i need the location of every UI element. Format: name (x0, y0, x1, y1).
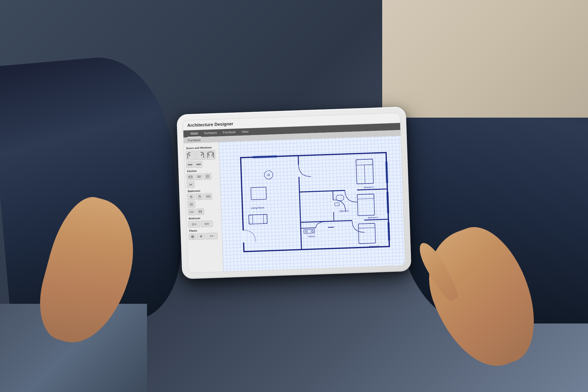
app-content: Doors and Windows (184, 136, 405, 273)
plant-icon-small[interactable] (197, 233, 205, 240)
floor-background (382, 0, 588, 118)
svg-rect-76 (249, 215, 253, 224)
svg-rect-94 (358, 223, 375, 243)
section-title-doors: Doors and Windows (186, 146, 217, 150)
svg-line-1 (188, 164, 192, 165)
bedroom-icon-bed-double[interactable] (201, 220, 213, 227)
section-title-plants: Plants (188, 228, 220, 232)
bathroom-icon-bathtub[interactable] (204, 193, 212, 200)
svg-point-81 (305, 231, 307, 232)
kitchen-icons-row (187, 173, 218, 180)
svg-line-61 (333, 200, 333, 212)
bedroom-icons-row (188, 220, 220, 228)
bathroom-icon-towel[interactable] (196, 208, 204, 215)
svg-rect-75 (249, 214, 267, 224)
svg-text:Bathroom: Bathroom (340, 209, 349, 212)
kitchen-icon-fridge[interactable] (203, 173, 211, 180)
kitchen-icon-cross[interactable] (187, 181, 195, 188)
plant-icon-pair[interactable] (206, 232, 218, 239)
plants-icons-row (189, 232, 220, 240)
svg-point-97 (264, 170, 273, 179)
svg-rect-23 (190, 203, 193, 205)
svg-point-82 (311, 230, 313, 232)
section-title-kitchen: Kitchen (186, 169, 218, 173)
svg-point-6 (189, 176, 190, 177)
svg-line-89 (364, 165, 365, 184)
kitchen-icon-sink[interactable] (195, 173, 203, 180)
svg-rect-92 (357, 194, 374, 199)
svg-line-68 (386, 161, 387, 183)
svg-text:Bedroom 3: Bedroom 3 (369, 245, 380, 248)
tab-surfaces[interactable]: Surfaces (201, 129, 220, 137)
bedroom-icon-bed-single[interactable] (188, 221, 200, 228)
svg-line-55 (300, 189, 387, 192)
door-icon-arc-right[interactable] (196, 150, 206, 160)
door-icon-arc-left[interactable] (186, 151, 196, 160)
plant-icon-round[interactable] (189, 233, 197, 240)
floorplan-svg[interactable]: Living Room Kitchen Bathroom (222, 139, 402, 268)
tablet-screen: Architecture Designer Walls Surfaces Fur… (183, 113, 405, 273)
svg-line-62 (316, 227, 328, 228)
svg-point-98 (268, 174, 269, 176)
tablet-device: Architecture Designer Walls Surfaces Fur… (176, 106, 411, 279)
canvas-area[interactable]: Living Room Kitchen Bathroom (219, 136, 405, 271)
svg-rect-31 (199, 211, 201, 213)
section-title-bedroom: Bedroom (188, 216, 220, 220)
svg-text:Living Room: Living Room (251, 206, 264, 209)
sidebar: Doors and Windows (184, 142, 223, 273)
window-icon-double[interactable] (195, 161, 203, 168)
kitchen-icon-stove[interactable] (187, 174, 195, 180)
svg-rect-85 (335, 203, 340, 206)
tab-walls[interactable]: Walls (187, 130, 201, 137)
section-title-bathroom: Bathroom (187, 189, 218, 193)
svg-rect-77 (263, 214, 267, 223)
tablet-body: Architecture Designer Walls Surfaces Fur… (176, 106, 411, 279)
svg-rect-8 (197, 176, 199, 177)
svg-rect-9 (199, 176, 201, 177)
bathroom-icon-toilet[interactable] (187, 194, 195, 200)
kitchen-icons-row-2 (187, 180, 218, 188)
svg-rect-25 (190, 211, 192, 213)
svg-point-24 (191, 204, 192, 205)
svg-line-63 (345, 190, 357, 190)
window-icons-row (186, 160, 218, 168)
toolbar-label: Furniture (188, 138, 201, 142)
tab-furniture[interactable]: Furniture (220, 129, 239, 136)
svg-point-7 (191, 176, 192, 177)
svg-line-73 (388, 222, 389, 240)
svg-text:Kitchen: Kitchen (308, 235, 315, 238)
svg-rect-84 (336, 195, 344, 201)
svg-line-56 (300, 219, 388, 222)
door-icon-double[interactable] (206, 150, 216, 160)
window-icon-single[interactable] (186, 161, 194, 168)
svg-rect-78 (251, 187, 266, 200)
svg-line-64 (352, 220, 364, 220)
svg-line-59 (243, 230, 243, 242)
svg-line-71 (387, 192, 388, 213)
svg-rect-88 (356, 159, 373, 165)
svg-rect-91 (357, 194, 375, 216)
door-icons-row (186, 150, 218, 160)
bathroom-icon-vanity[interactable] (188, 208, 196, 215)
bathroom-icons-row (187, 193, 219, 208)
tab-view[interactable]: View (238, 128, 251, 136)
svg-rect-36 (205, 223, 206, 224)
svg-rect-95 (358, 223, 375, 228)
svg-text:Bedroom 2: Bedroom 2 (368, 216, 379, 219)
bathroom-icons-row-2 (188, 208, 220, 215)
svg-text:Bedroom 1: Bedroom 1 (364, 186, 375, 189)
bathroom-icon-sink[interactable] (196, 193, 204, 200)
bathroom-icon-shower[interactable] (188, 201, 196, 208)
svg-rect-33 (192, 223, 193, 225)
